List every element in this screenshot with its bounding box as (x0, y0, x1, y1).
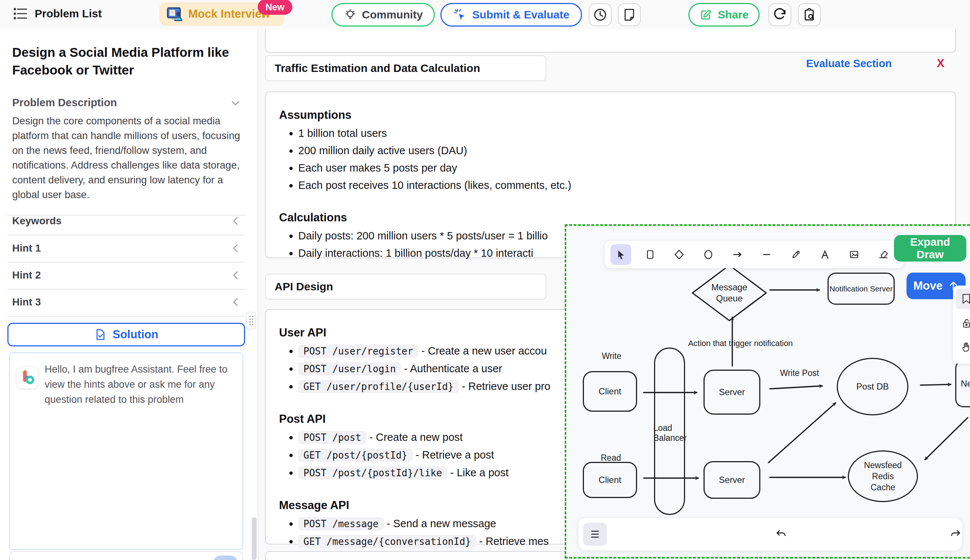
chevron-left-icon (231, 270, 241, 280)
assistant-chat-panel: Hello, I am bugfree Assistant. Feel free… (9, 352, 243, 550)
send-button[interactable] (213, 555, 238, 560)
bugfree-avatar (17, 367, 38, 388)
problem-description-toggle[interactable]: Problem Description (12, 97, 241, 109)
solution-button[interactable]: Solution (7, 323, 245, 347)
divider (7, 289, 245, 290)
problem-sidebar: Design a Social Media Platform like Face… (0, 30, 258, 560)
load-balancer-label: Load Balancer (652, 423, 689, 443)
evaluate-section-link[interactable]: Evaluate Section (806, 58, 892, 70)
draw-canvas-overlay[interactable]: Message Queue Notification Server Client… (565, 224, 970, 558)
hand-tool-icon[interactable] (956, 337, 970, 357)
assistant-message: Hello, I am bugfree Assistant. Feel free… (45, 362, 231, 407)
tool-arrow[interactable] (727, 244, 748, 265)
close-section-button[interactable]: X (937, 57, 945, 70)
diagram-node-newsfeed-cut[interactable]: New (955, 360, 970, 407)
write-post-label: Write Post (777, 368, 821, 378)
chevron-down-icon (230, 97, 241, 108)
refresh-icon (773, 7, 787, 22)
top-toolbar: Problem List Mock Interview New Commun (0, 0, 970, 30)
canvas-bottom-bar (578, 518, 962, 550)
divider (7, 316, 245, 317)
problem-list-label: Problem List (35, 7, 102, 20)
code-chip: POST /user/register (298, 345, 418, 358)
tool-text[interactable] (815, 244, 835, 265)
diagram-node-message-queue[interactable]: Message Queue (693, 265, 766, 321)
code-chip: GET /message/{conversationId} (298, 535, 476, 548)
diagram-node-server-write[interactable]: Server (703, 370, 760, 415)
code-chip: POST /message (298, 517, 384, 530)
write-label: Write (595, 351, 628, 361)
edit-share-icon (700, 8, 713, 22)
sidebar-item-hint3[interactable]: Hint 3 (12, 293, 241, 312)
diagram-node-client-write[interactable]: Client (583, 371, 637, 412)
tool-ellipse[interactable] (698, 244, 719, 265)
submit-evaluate-label: Submit & Evaluate (472, 8, 569, 21)
tool-eraser[interactable] (873, 244, 893, 265)
diagram-node-client-read[interactable]: Client (583, 462, 637, 498)
redo-button[interactable] (947, 525, 965, 543)
tool-image[interactable] (844, 244, 865, 265)
tool-diamond[interactable] (669, 244, 690, 265)
share-button[interactable]: Share (688, 3, 760, 27)
code-chip: GET /post/{postId} (298, 448, 412, 462)
problem-list-button[interactable]: Problem List (13, 7, 102, 20)
refresh-button[interactable] (768, 3, 791, 26)
chat-input[interactable] (16, 555, 178, 560)
submit-evaluate-button[interactable]: Submit & Evaluate (440, 3, 582, 27)
divider (7, 262, 245, 263)
panel-resize-handle[interactable] (246, 312, 256, 330)
code-chip: POST /post (298, 431, 367, 444)
share-label: Share (718, 8, 748, 21)
clipboard-search-button[interactable] (798, 3, 821, 26)
sidebar-item-hint1[interactable]: Hint 1 (12, 239, 241, 257)
unlock-icon[interactable] (956, 313, 970, 333)
chevron-left-icon (231, 216, 241, 226)
draw-toolbar (604, 241, 903, 268)
code-chip: POST /post/{postId}/like (298, 466, 447, 480)
clipboard-search-icon (802, 8, 816, 22)
canvas-side-panel (953, 285, 970, 364)
assumptions-list: 1 billion total users 200 million daily … (279, 125, 955, 194)
sidebar-item-keywords[interactable]: Keywords (12, 212, 241, 230)
chevron-left-icon (231, 297, 241, 307)
cursor-click-icon (453, 8, 467, 22)
list-item: 200 million daily active users (DAU) (298, 142, 955, 159)
tool-selection[interactable] (611, 244, 631, 265)
code-chip: GET /user/profile/{userId} (298, 380, 459, 393)
tool-rectangle[interactable] (639, 244, 660, 265)
chevron-left-icon (231, 243, 241, 253)
chat-input-box (9, 551, 243, 560)
clock-icon (593, 7, 608, 22)
sidebar-scrollbar[interactable] (252, 517, 257, 560)
tool-pencil[interactable] (785, 244, 806, 265)
diagram-node-server-read[interactable]: Server (703, 461, 760, 499)
expand-draw-button[interactable]: Expand Draw (894, 235, 966, 262)
read-label: Read (594, 453, 628, 463)
undo-button[interactable] (772, 525, 790, 543)
diagram-node-notification-server[interactable]: Notification Server (828, 273, 895, 305)
list-item: Each user makes 5 posts per day (298, 159, 955, 177)
tool-line[interactable] (756, 244, 777, 265)
divider (7, 235, 245, 235)
section-title-traffic[interactable]: Traffic Estimation and Data Calculation (265, 55, 546, 81)
list-item: Each post receives 10 interactions (like… (298, 177, 955, 194)
document-check-icon (94, 328, 107, 341)
problem-description-text: Design the core components of a social m… (12, 113, 243, 202)
assumptions-heading: Assumptions (279, 108, 955, 122)
diagram-node-newsfeed-redis-cache[interactable]: Newsfeed Redis Cache (848, 450, 918, 502)
code-chip: POST /user/login (298, 362, 401, 375)
list-item: 1 billion total users (298, 125, 955, 142)
list-icon (13, 7, 28, 20)
action-trigger-label: Action that trigger notification (681, 339, 800, 348)
community-button[interactable]: Community (331, 3, 435, 27)
community-label: Community (362, 8, 423, 21)
sidebar-item-hint2[interactable]: Hint 2 (12, 266, 241, 285)
canvas-menu-button[interactable] (583, 523, 607, 546)
diagram-node-post-db[interactable]: Post DB (837, 358, 908, 415)
notes-button[interactable] (618, 3, 641, 26)
section-title-api[interactable]: API Design (265, 274, 546, 300)
history-button[interactable] (589, 3, 612, 26)
problem-title: Design a Social Media Platform like Face… (12, 43, 241, 79)
note-icon (622, 8, 636, 22)
bookmark-button[interactable] (956, 288, 970, 309)
